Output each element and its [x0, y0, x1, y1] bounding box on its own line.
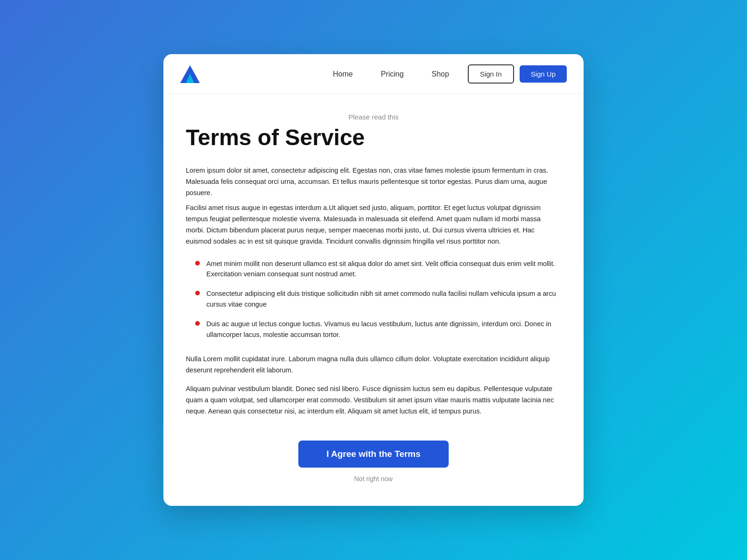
agree-button[interactable]: I Agree with the Terms	[298, 441, 449, 468]
main-card: Home Pricing Shop Sign In Sign Up Please…	[163, 54, 584, 506]
logo-icon	[180, 65, 200, 83]
bullet-text-1: Amet minim mollit non deserunt ullamco e…	[206, 259, 561, 280]
page-content: Please read this Terms of Service Lorem …	[163, 94, 584, 506]
paragraph-3: Nulla Lorem mollit cupidatat irure. Labo…	[186, 354, 561, 376]
list-item: Amet minim mollit non deserunt ullamco e…	[195, 259, 561, 280]
paragraph-2: Facilisi amet risus augue in egestas int…	[186, 203, 561, 247]
agree-section: I Agree with the Terms Not right now	[186, 441, 561, 483]
list-item: Duis ac augue ut lectus congue luctus. V…	[195, 319, 561, 340]
bullet-text-3: Duis ac augue ut lectus congue luctus. V…	[206, 319, 561, 340]
list-item: Consectetur adipiscing elit duis tristiq…	[195, 288, 561, 309]
nav-home[interactable]: Home	[333, 70, 353, 78]
navbar: Home Pricing Shop Sign In Sign Up	[163, 54, 584, 94]
signup-button[interactable]: Sign Up	[520, 65, 567, 83]
signin-button[interactable]: Sign In	[468, 64, 514, 84]
page-subtitle: Please read this	[186, 113, 561, 121]
not-now-link[interactable]: Not right now	[354, 475, 393, 483]
nav-actions: Sign In Sign Up	[468, 64, 567, 84]
bullet-text-2: Consectetur adipiscing elit duis tristiq…	[206, 288, 561, 309]
paragraph-1: Lorem ipsum dolor sit amet, consectetur …	[186, 165, 561, 199]
bullet-dot	[195, 321, 200, 326]
bullet-list: Amet minim mollit non deserunt ullamco e…	[195, 259, 561, 340]
logo	[180, 65, 200, 83]
nav-pricing[interactable]: Pricing	[381, 70, 404, 78]
page-title: Terms of Service	[186, 125, 561, 150]
bullet-dot	[195, 261, 200, 266]
nav-links: Home Pricing Shop	[333, 70, 449, 78]
bullet-dot	[195, 291, 200, 295]
nav-shop[interactable]: Shop	[432, 70, 449, 78]
paragraph-4: Aliquam pulvinar vestibulum blandit. Don…	[186, 384, 561, 417]
